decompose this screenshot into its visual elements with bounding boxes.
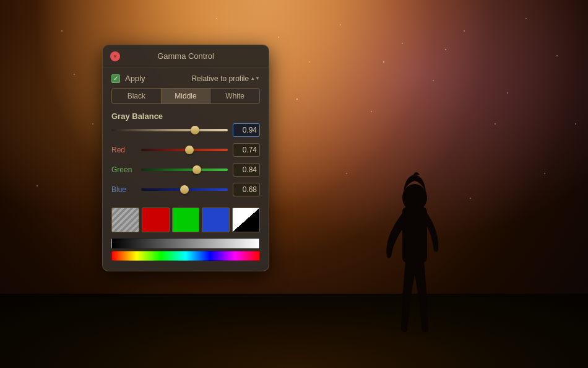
gamma-control-dialog: × Gamma Control Apply Relative to profil… xyxy=(102,45,269,271)
red-thumb[interactable] xyxy=(185,146,194,154)
ground xyxy=(0,294,588,368)
blue-row: Blue 0.68 xyxy=(111,183,260,196)
green-thumb[interactable] xyxy=(192,165,201,174)
apply-row: Apply Relative to profile ▲▼ xyxy=(103,68,269,88)
red-value[interactable]: 0.74 xyxy=(233,143,260,157)
apply-checkbox[interactable] xyxy=(111,74,120,83)
swatch-green[interactable] xyxy=(172,208,200,232)
dialog-titlebar: × Gamma Control xyxy=(103,45,269,68)
red-track-wrap[interactable] xyxy=(141,146,228,154)
gradient-bars xyxy=(103,236,269,261)
gray-balance-label: Gray Balance xyxy=(111,112,260,121)
gray-balance-row: 0.94 xyxy=(111,123,260,137)
swatch-bw[interactable] xyxy=(232,208,260,232)
green-row: Green 0.84 xyxy=(111,163,260,177)
close-button[interactable]: × xyxy=(110,51,120,61)
swatches-row xyxy=(103,203,269,236)
tab-black[interactable]: Black xyxy=(112,89,162,103)
green-label: Green xyxy=(111,165,136,174)
background xyxy=(0,0,588,368)
swatch-gray[interactable] xyxy=(111,208,139,232)
relative-profile-selector[interactable]: Relative to profile ▲▼ xyxy=(191,74,260,83)
swatch-blue[interactable] xyxy=(202,208,230,232)
swatch-red[interactable] xyxy=(142,208,170,232)
blue-group: Blue 0.68 xyxy=(111,183,260,196)
blue-track-wrap[interactable] xyxy=(141,185,228,194)
spinner-icon: ▲▼ xyxy=(250,76,260,81)
blue-label: Blue xyxy=(111,185,136,194)
green-track xyxy=(141,169,228,171)
green-group: Green 0.84 xyxy=(111,163,260,177)
red-label: Red xyxy=(111,146,136,154)
red-track xyxy=(141,149,228,151)
tabs-row: Black Middle White xyxy=(111,88,260,104)
green-track-wrap[interactable] xyxy=(141,165,228,174)
gradient-rainbow-bar xyxy=(111,251,260,261)
apply-label: Apply xyxy=(125,74,145,83)
gray-balance-value[interactable]: 0.94 xyxy=(233,123,260,137)
blue-value[interactable]: 0.68 xyxy=(233,183,260,196)
gray-balance-group: Gray Balance 0.94 xyxy=(111,112,260,137)
blue-track xyxy=(141,188,228,191)
silhouette xyxy=(365,170,464,368)
relative-profile-label: Relative to profile xyxy=(191,74,249,83)
gray-balance-thumb[interactable] xyxy=(191,126,199,134)
red-group: Red 0.74 xyxy=(111,143,260,157)
tab-middle[interactable]: Middle xyxy=(162,89,211,103)
svg-rect-1 xyxy=(402,207,427,263)
sliders-section: Gray Balance 0.94 Red 0.74 xyxy=(103,112,269,196)
gray-balance-track-wrap[interactable] xyxy=(111,126,228,134)
blue-thumb[interactable] xyxy=(180,185,189,194)
tab-white[interactable]: White xyxy=(210,89,259,103)
gradient-gray-bar xyxy=(111,239,260,248)
red-row: Red 0.74 xyxy=(111,143,260,157)
green-value[interactable]: 0.84 xyxy=(233,163,260,177)
dialog-title: Gamma Control xyxy=(157,51,214,61)
gray-balance-track xyxy=(111,129,228,131)
